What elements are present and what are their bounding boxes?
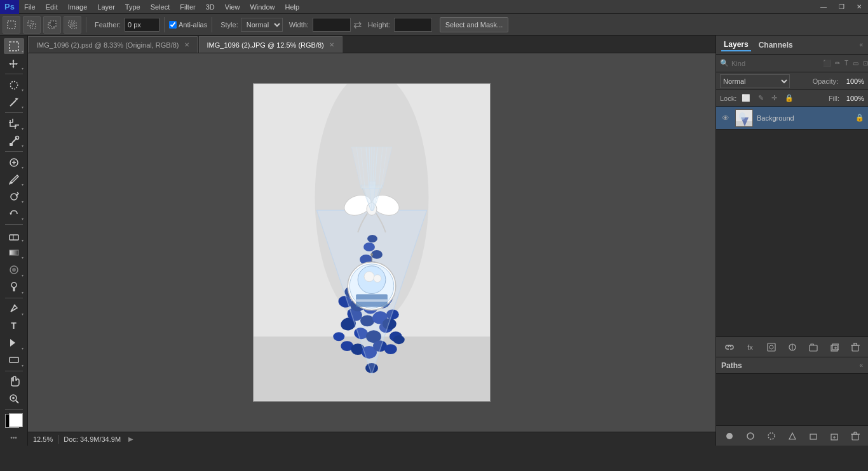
path-fill-btn[interactable] [722, 428, 737, 444]
feather-input[interactable] [125, 18, 159, 32]
search-icon: 🔍 [720, 59, 729, 67]
close-button[interactable]: ✕ [850, 0, 868, 14]
layers-panel: Layers Channels « 🔍 ⬛ ✏ T ▭ ⊡ Normal [716, 36, 868, 357]
path-select-tool[interactable]: ▾ [4, 335, 24, 351]
lock-artboards-btn[interactable]: ✛ [769, 92, 780, 104]
dodge-tool[interactable]: ▾ [4, 279, 24, 295]
layer-thumbnail [735, 109, 753, 127]
lasso-tool[interactable]: ▾ [4, 77, 24, 93]
selection-intersect-btn[interactable] [64, 16, 81, 34]
menu-layer[interactable]: Layer [92, 0, 120, 14]
channels-tab[interactable]: Channels [756, 39, 796, 51]
path-shape-btn[interactable] [806, 428, 821, 444]
menu-edit[interactable]: Edit [41, 0, 63, 14]
selection-new-btn[interactable] [3, 16, 20, 34]
gradient-tool[interactable]: ▾ [4, 244, 24, 260]
background-color[interactable] [9, 413, 23, 427]
menu-filter[interactable]: Filter [175, 0, 200, 14]
type-tool[interactable]: T [4, 318, 24, 334]
healing-tool[interactable]: ▾ [4, 154, 24, 170]
crop-tool[interactable]: ▾ [4, 116, 24, 131]
svg-marker-20 [10, 213, 12, 215]
healing-arrow: ▾ [22, 165, 24, 169]
menu-3d[interactable]: 3D [201, 0, 220, 14]
swap-icon[interactable]: ⇄ [353, 18, 362, 30]
fx-btn[interactable]: fx [743, 340, 758, 355]
delete-layer-btn[interactable] [848, 340, 863, 355]
color-swatches[interactable] [4, 413, 24, 428]
extra-tools[interactable]: ••• [4, 430, 24, 446]
tab-jpg[interactable]: IMG_1096 (2).JPG @ 12.5% (RGB/8) ✕ [199, 36, 342, 53]
lock-position-btn[interactable]: ✎ [756, 92, 766, 104]
filter-adjustment-icon[interactable]: ✏ [834, 58, 841, 68]
height-label: Height: [368, 21, 390, 29]
height-input[interactable] [394, 18, 432, 32]
blur-tool[interactable]: ▾ [4, 262, 24, 277]
menu-help[interactable]: Help [280, 0, 305, 14]
tab-psd-close[interactable]: ✕ [184, 41, 189, 48]
filter-shape-icon[interactable]: ▭ [851, 58, 860, 68]
tab-psd[interactable]: IMG_1096 (2).psd @ 8.33% (Original, RGB/… [28, 36, 198, 53]
anti-alias-checkbox[interactable] [169, 21, 177, 29]
add-mask-btn[interactable] [764, 340, 779, 355]
menu-window[interactable]: Window [245, 0, 280, 14]
shape-arrow: ▾ [22, 363, 24, 368]
layers-search-input[interactable] [731, 60, 819, 67]
svg-point-26 [11, 282, 17, 288]
shape-tool[interactable]: ▾ [4, 352, 24, 368]
blend-mode-select[interactable]: Normal [720, 74, 790, 88]
svg-rect-0 [8, 21, 15, 29]
marquee-tool[interactable]: ▾ [4, 38, 24, 54]
style-select[interactable]: Normal [241, 18, 283, 32]
status-arrow[interactable]: ▶ [128, 435, 133, 442]
select-and-mask-button[interactable]: Select and Mask... [440, 17, 509, 32]
history-brush-tool[interactable]: ▾ [4, 206, 24, 222]
menu-view[interactable]: View [220, 0, 245, 14]
eyedropper-tool[interactable]: ▾ [4, 133, 24, 149]
crop-arrow: ▾ [22, 126, 24, 131]
zoom-tool[interactable] [4, 391, 24, 407]
delete-path-btn[interactable] [848, 428, 863, 444]
magic-wand-tool[interactable]: ▾ [4, 94, 24, 110]
filter-smart-icon[interactable]: ⊡ [862, 58, 868, 68]
path-mask-btn[interactable] [785, 428, 800, 444]
paths-collapse-btn[interactable]: « [859, 362, 863, 369]
path-selection-btn[interactable] [764, 428, 779, 444]
width-input[interactable] [313, 18, 351, 32]
filter-pixel-icon[interactable]: ⬛ [822, 58, 832, 68]
lock-all-btn[interactable]: 🔒 [782, 92, 796, 104]
menu-type[interactable]: Type [120, 0, 146, 14]
new-layer-btn[interactable] [827, 340, 842, 355]
menu-file[interactable]: File [19, 0, 41, 14]
path-stroke-btn[interactable] [743, 428, 758, 444]
panel-collapse-btn[interactable]: « [859, 41, 863, 48]
selection-subtract-btn[interactable] [43, 16, 61, 34]
adjustment-btn[interactable] [785, 340, 800, 355]
anti-alias-label[interactable]: Anti-alias [169, 21, 207, 29]
lock-pixels-btn[interactable]: ⬜ [739, 92, 753, 104]
new-path-btn[interactable] [827, 428, 842, 444]
layer-visibility-eye[interactable]: 👁 [720, 112, 731, 124]
filter-type-icon[interactable]: T [843, 58, 850, 68]
svg-marker-29 [10, 339, 15, 347]
maximize-button[interactable]: ❐ [832, 0, 850, 14]
pen-tool[interactable]: ▾ [4, 300, 24, 316]
eraser-tool[interactable]: ▾ [4, 227, 24, 243]
svg-line-10 [10, 100, 16, 106]
opacity-value[interactable]: 100% [842, 77, 864, 85]
minimize-button[interactable]: — [815, 0, 832, 14]
menu-select[interactable]: Select [146, 0, 175, 14]
menu-image[interactable]: Image [63, 0, 93, 14]
new-group-btn[interactable] [806, 340, 821, 355]
layers-tab[interactable]: Layers [721, 39, 751, 51]
hand-tool[interactable] [4, 374, 24, 390]
layer-item-background[interactable]: 👁 Background 🔒 [716, 107, 868, 129]
link-layers-btn[interactable] [722, 340, 737, 355]
selection-add-btn[interactable] [23, 16, 41, 34]
move-tool[interactable]: ▾ [4, 55, 24, 71]
lock-label: Lock: [720, 95, 736, 102]
tab-jpg-close[interactable]: ✕ [329, 41, 334, 48]
fill-value[interactable]: 100% [842, 95, 864, 102]
brush-tool[interactable]: ▾ [4, 171, 24, 187]
clone-tool[interactable]: ▾ [4, 189, 24, 204]
